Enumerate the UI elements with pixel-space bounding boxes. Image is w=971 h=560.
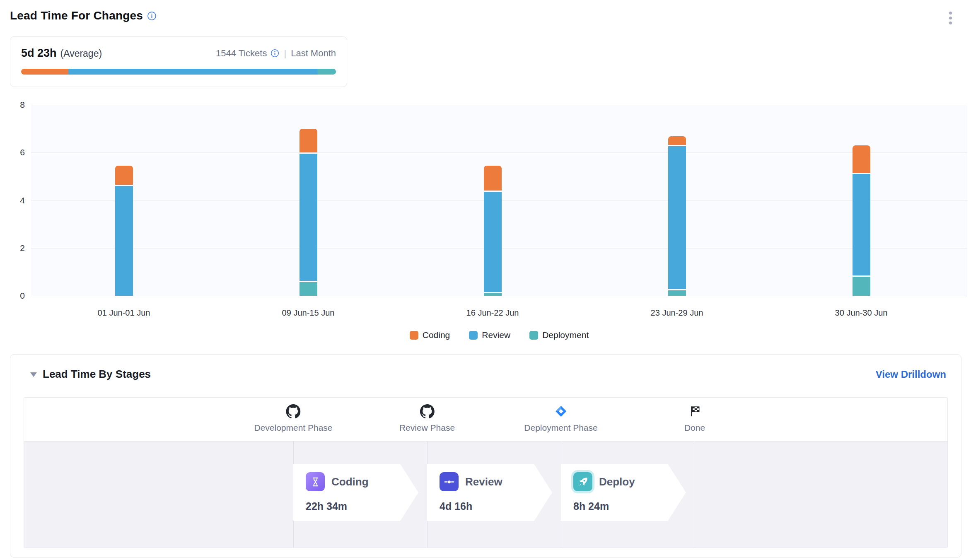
bar-segment-deployment bbox=[300, 282, 317, 296]
bar-segment-coding bbox=[115, 166, 133, 185]
lead-time-by-stages-panel: Lead Time By Stages View Drilldown Devel… bbox=[10, 354, 961, 558]
y-axis-tick-label: 6 bbox=[6, 147, 25, 157]
bar-segment-coding bbox=[853, 145, 870, 173]
code-review-icon bbox=[440, 472, 459, 491]
stage-duration: 4d 16h bbox=[440, 500, 529, 512]
average-label: (Average) bbox=[60, 48, 102, 59]
rocket-icon bbox=[573, 472, 592, 491]
legend-swatch bbox=[469, 331, 478, 340]
page-title: Lead Time For Changes bbox=[10, 9, 143, 22]
x-axis-category-label: 09 Jun-15 Jun bbox=[282, 308, 335, 318]
legend-swatch bbox=[529, 331, 538, 340]
y-axis-tick-label: 0 bbox=[6, 291, 25, 301]
distribution-segment-review bbox=[68, 69, 318, 75]
legend-item-review[interactable]: Review bbox=[469, 330, 510, 340]
y-axis-tick-label: 4 bbox=[6, 196, 25, 205]
legend-label: Coding bbox=[423, 330, 450, 340]
average-lead-time: 5d 23h bbox=[21, 47, 57, 60]
phase-header-done: Done bbox=[684, 403, 705, 433]
bar-segment-deployment bbox=[668, 290, 686, 296]
distribution-segment-deployment bbox=[318, 69, 336, 75]
column-separator bbox=[695, 442, 695, 548]
stage-card-review: Review4d 16h bbox=[427, 464, 552, 521]
legend-item-coding[interactable]: Coding bbox=[410, 330, 450, 340]
phase-label: Development Phase bbox=[254, 423, 332, 433]
bar-segment-review bbox=[300, 154, 317, 280]
widget-header: Lead Time For Changes bbox=[10, 9, 157, 22]
plot-area bbox=[31, 105, 967, 296]
collapse-toggle[interactable]: Lead Time By Stages bbox=[30, 368, 151, 381]
stage-name: Coding bbox=[331, 476, 369, 488]
bar-segment-review bbox=[853, 174, 870, 275]
phase-label: Done bbox=[684, 423, 705, 433]
y-axis-tick-label: 8 bbox=[6, 100, 25, 110]
y-axis-tick-label: 2 bbox=[6, 243, 25, 253]
stage-name: Deploy bbox=[599, 476, 635, 488]
bar-segment-coding bbox=[484, 166, 502, 191]
stage-card-deploy: Deploy8h 24m bbox=[561, 464, 686, 521]
bar-segment-coding bbox=[300, 129, 317, 153]
stages-flow-row: Coding22h 34mReview4d 16hDeploy8h 24m bbox=[24, 441, 947, 548]
x-axis-category-label: 23 Jun-29 Jun bbox=[651, 308, 703, 318]
lead-time-widget: Lead Time For Changes 5d 23h (Average) 1… bbox=[0, 0, 971, 560]
github-icon bbox=[420, 403, 434, 419]
legend-swatch bbox=[410, 331, 418, 340]
stage-duration: 22h 34m bbox=[306, 500, 395, 512]
phase-header-row: Development PhaseReview PhaseDeployment … bbox=[24, 398, 947, 441]
legend-item-deployment[interactable]: Deployment bbox=[529, 330, 589, 340]
period-label: Last Month bbox=[291, 48, 336, 59]
bar-segment-coding bbox=[668, 136, 686, 145]
legend-label: Deployment bbox=[542, 330, 589, 340]
bar-segment-review bbox=[668, 146, 686, 289]
github-icon bbox=[286, 403, 301, 419]
kebab-menu-icon[interactable] bbox=[949, 12, 952, 24]
summary-card: 5d 23h (Average) 1544 Tickets | Last Mon… bbox=[10, 36, 347, 87]
jira-icon bbox=[555, 403, 567, 419]
tickets-count: 1544 Tickets bbox=[216, 48, 267, 59]
phase-label: Review Phase bbox=[399, 423, 455, 433]
phase-header-deployment-phase: Deployment Phase bbox=[524, 403, 597, 433]
bar-segment-review bbox=[115, 186, 133, 296]
legend-label: Review bbox=[482, 330, 510, 340]
phase-header-development-phase: Development Phase bbox=[254, 403, 332, 433]
lead-time-distribution-bar bbox=[21, 69, 336, 75]
hourglass-icon bbox=[306, 472, 325, 491]
info-icon[interactable] bbox=[147, 11, 157, 21]
x-axis-category-label: 01 Jun-01 Jun bbox=[98, 308, 150, 318]
stages-table: Development PhaseReview PhaseDeployment … bbox=[24, 397, 948, 548]
stage-card-coding: Coding22h 34m bbox=[293, 464, 418, 521]
tickets-info-icon[interactable] bbox=[271, 49, 279, 58]
chart-legend: CodingReviewDeployment bbox=[31, 330, 967, 340]
checkered-flag-icon bbox=[688, 403, 701, 419]
view-drilldown-link[interactable]: View Drilldown bbox=[876, 369, 946, 380]
stages-panel-title: Lead Time By Stages bbox=[43, 368, 151, 381]
separator: | bbox=[284, 48, 286, 59]
gridline bbox=[31, 105, 967, 105]
bar-segment-review bbox=[484, 192, 502, 292]
phase-header-review-phase: Review Phase bbox=[399, 403, 455, 433]
gridline bbox=[31, 296, 967, 296]
x-axis-category-label: 16 Jun-22 Jun bbox=[466, 308, 519, 318]
bar-segment-deployment bbox=[853, 277, 870, 296]
chevron-down-icon bbox=[30, 372, 37, 377]
bar-segment-deployment bbox=[484, 293, 502, 296]
stage-name: Review bbox=[465, 476, 502, 488]
distribution-segment-coding bbox=[21, 69, 68, 75]
x-axis-category-label: 30 Jun-30 Jun bbox=[835, 308, 888, 318]
gridline bbox=[31, 152, 967, 153]
phase-label: Deployment Phase bbox=[524, 423, 597, 433]
stage-duration: 8h 24m bbox=[573, 500, 663, 512]
